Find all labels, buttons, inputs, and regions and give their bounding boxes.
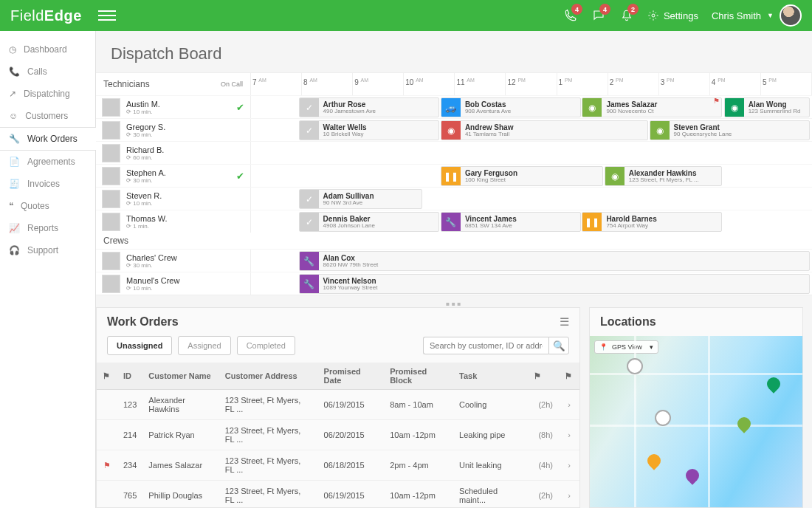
sidebar-item-agreements[interactable]: 📄Agreements (0, 151, 95, 173)
job-status-icon: ✓ (300, 98, 319, 117)
hour-label: 7 AM (251, 73, 302, 95)
wo-block: 8am - 10am (384, 390, 453, 420)
user-menu[interactable]: Chris Smith ▼ (712, 4, 802, 27)
tech-cell[interactable]: Austin M.⟳ 10 min.✔ (96, 96, 251, 118)
map-marker[interactable] (764, 374, 782, 393)
wo-col-header[interactable]: Promised Block (384, 363, 453, 390)
tech-row: Gregory S.⟳ 30 min.✓Walter Wells10 Brick… (96, 118, 812, 141)
map-marker[interactable] (644, 451, 663, 470)
tech-header: Technicians (103, 79, 150, 89)
job-card[interactable]: ◉Steven Grant90 Queensryche Lane (650, 120, 810, 140)
job-card[interactable]: ◉Alan Wong123 Summerlind Rd (724, 97, 810, 117)
tech-avatar (102, 252, 120, 270)
tech-cell[interactable]: Stephen A.⟳ 30 min.✔ (96, 165, 251, 187)
wo-name: Phillip Douglas (142, 481, 219, 509)
tab-completed[interactable]: Completed (237, 336, 295, 355)
tech-cell[interactable]: Charles' Crew⟳ 30 min. (96, 250, 251, 272)
job-card[interactable]: ✓Adam Sullivan90 NW 3rd Ave (299, 189, 422, 209)
sidebar-item-work-orders[interactable]: 🔧Work Orders (0, 127, 96, 151)
tab-unassigned[interactable]: Unassigned (107, 336, 172, 355)
tech-cell[interactable]: Manuel's Crew⟳ 10 min. (96, 272, 251, 295)
wo-col-header[interactable]: Task (453, 363, 528, 390)
map[interactable]: 📍 GPS View ▾ (590, 336, 802, 507)
hour-label: 12 PM (506, 73, 557, 95)
job-card[interactable]: ✓Walter Wells10 Brickell Way (299, 120, 439, 140)
chevron-right-icon[interactable]: › (559, 450, 579, 481)
wo-col-header[interactable]: Customer Name (142, 363, 219, 390)
map-marker[interactable] (734, 414, 753, 433)
wo-col-header[interactable]: ⚑ (97, 363, 117, 390)
wo-col-header[interactable]: ID (117, 363, 142, 390)
job-card[interactable]: ◉Alexander Hawkins123 Street, Ft Myers, … (605, 166, 723, 186)
sidebar-item-invoices[interactable]: 🧾Invoices (0, 173, 95, 195)
map-marker[interactable] (683, 466, 701, 484)
map-tech-pin[interactable] (627, 358, 643, 374)
wo-table: ⚑IDCustomer NameCustomer AddressPromised… (97, 363, 579, 508)
tech-cell[interactable]: Gregory S.⟳ 30 min. (96, 119, 251, 141)
wo-col-header[interactable]: Promised Date (318, 363, 385, 390)
chat-icon[interactable]: 4 (591, 8, 606, 23)
chevron-right-icon[interactable]: › (559, 390, 579, 420)
wo-date: 06/20/2015 (318, 420, 385, 450)
wo-addr: 123 Street, Ft Myers, FL ... (219, 390, 318, 420)
chevron-right-icon[interactable]: › (559, 481, 579, 509)
job-address: 10 Brickell Way (323, 131, 434, 137)
timeline-track[interactable]: ✓Arthur Rose490 Jamestown Ave🚙Bob Costas… (251, 96, 812, 118)
chevron-right-icon[interactable]: › (559, 420, 579, 450)
wo-row[interactable]: 123Alexander Hawkins123 Street, Ft Myers… (97, 390, 579, 420)
wo-row[interactable]: 214Patrick Ryan123 Street, Ft Myers, FL … (97, 420, 579, 450)
timeline-track[interactable]: ✓Walter Wells10 Brickell Way◉Andrew Shaw… (251, 119, 812, 141)
job-card[interactable]: 🔧Vincent Nelson1089 Yourway Street (299, 274, 810, 294)
wo-col-header[interactable]: ⚑ (528, 363, 559, 390)
logo: FieldEdge (10, 7, 82, 24)
sidebar-item-reports[interactable]: 📈Reports (0, 217, 95, 239)
job-card[interactable]: ❚❚Gary Ferguson100 King Street (441, 166, 603, 186)
sidebar-item-quotes[interactable]: ❝Quotes (0, 195, 95, 217)
job-card[interactable]: 🔧Alan Cox8620 NW 79th Street (299, 251, 810, 271)
timeline-track[interactable]: ❚❚Gary Ferguson100 King Street◉Alexander… (251, 165, 812, 187)
list-view-icon[interactable]: ☰ (560, 315, 569, 329)
tech-avatar (102, 275, 120, 293)
tech-name: Thomas W. (126, 214, 168, 223)
oncall-check-icon: ✔ (236, 102, 244, 113)
resize-grip[interactable]: ▪▪▪ (96, 301, 812, 307)
sidebar-item-dashboard[interactable]: ◷Dashboard (0, 38, 95, 61)
sidebar-item-dispatching[interactable]: ↗Dispatching (0, 83, 95, 105)
timeline-track[interactable]: ✓Dennis Baker4908 Johnson Lane🔧Vincent J… (251, 210, 812, 233)
map-tech-pin[interactable] (655, 410, 671, 426)
wo-col-header[interactable]: Customer Address (219, 363, 318, 390)
job-card[interactable]: ✓Arthur Rose490 Jamestown Ave (299, 97, 439, 117)
job-card[interactable]: ◉Andrew Shaw41 Tamiams Trail (441, 120, 648, 140)
nav-icon: ☺ (9, 111, 18, 121)
timeline-track[interactable] (251, 142, 812, 164)
menu-toggle-icon[interactable] (98, 7, 116, 24)
tech-cell[interactable]: Steven R.⟳ 10 min. (96, 188, 251, 210)
tech-cell[interactable]: Thomas W.⟳ 1 min. (96, 210, 251, 233)
timeline-track[interactable]: 🔧Alan Cox8620 NW 79th Street (251, 250, 812, 272)
wo-col-header[interactable]: ⚑ (559, 363, 579, 390)
job-card[interactable]: ◉James Salazar900 Novecento Ct⚑ (582, 97, 722, 117)
wo-row[interactable]: ⚑234James Salazar123 Street, Ft Myers, F… (97, 450, 579, 481)
settings-link[interactable]: Settings (647, 10, 698, 21)
sidebar-item-customers[interactable]: ☺Customers (0, 105, 95, 127)
sidebar-item-calls[interactable]: 📞Calls (0, 61, 95, 83)
timeline-track[interactable]: 🔧Vincent Nelson1089 Yourway Street (251, 272, 812, 295)
job-card[interactable]: 🚙Bob Costas908 Aventura Ave (441, 97, 581, 117)
job-card[interactable]: ❚❚Harold Barnes754 Airport Way (582, 212, 722, 232)
tab-assigned[interactable]: Assigned (178, 336, 230, 355)
search-input[interactable] (423, 337, 548, 354)
tech-cell[interactable]: Richard B.⟳ 60 min. (96, 142, 251, 164)
page-title: Dispatch Board (96, 31, 812, 72)
job-card[interactable]: 🔧Vincent James6851 SW 134 Ave (441, 212, 581, 232)
timeline-track[interactable]: ✓Adam Sullivan90 NW 3rd Ave (251, 188, 812, 210)
gps-view-toggle[interactable]: 📍 GPS View ▾ (594, 340, 658, 354)
job-address: 754 Airport Way (606, 223, 717, 229)
sidebar-item-support[interactable]: 🎧Support (0, 239, 95, 261)
job-card[interactable]: ✓Dennis Baker4908 Johnson Lane (299, 212, 439, 232)
tech-row: Stephen A.⟳ 30 min.✔❚❚Gary Ferguson100 K… (96, 164, 812, 187)
search-button[interactable]: 🔍 (548, 337, 569, 354)
calls-icon[interactable]: 4 (563, 8, 578, 23)
bell-icon[interactable]: 2 (619, 8, 634, 23)
calls-badge: 4 (571, 4, 582, 15)
wo-row[interactable]: 765Phillip Douglas123 Street, Ft Myers, … (97, 481, 579, 509)
